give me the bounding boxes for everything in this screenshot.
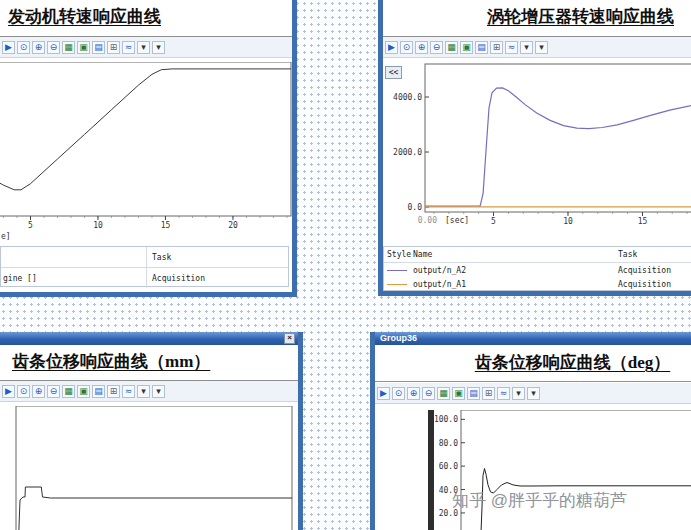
plot-toolbar: ▶⊙⊕⊖▦▣▤⊞≈▾▾ xyxy=(383,37,691,58)
svg-text:0.0: 0.0 xyxy=(408,203,423,212)
svg-text:80.0: 80.0 xyxy=(439,439,458,448)
rack-mm-plot-canvas[interactable] xyxy=(0,406,298,530)
legend-task-header: Task xyxy=(147,253,171,262)
watermark: 知乎 @胖乎乎的糖葫芦 xyxy=(452,489,627,512)
svg-text:5: 5 xyxy=(28,221,33,230)
print-icon[interactable]: ⊞ xyxy=(482,387,495,400)
turbo-legend-table: Style Name Task output/n_A2Acquisitionou… xyxy=(383,246,691,291)
play-icon[interactable]: ▶ xyxy=(377,387,390,400)
plot-title-band: 涡轮增压器转速响应曲线 xyxy=(383,0,691,37)
curve-sample-line xyxy=(387,284,407,285)
legend-row[interactable]: output/n_A1Acquisition xyxy=(384,277,691,291)
zoom-in-icon[interactable]: ⊕ xyxy=(407,387,420,400)
zoom-out-icon[interactable]: ⊖ xyxy=(422,387,435,400)
turbo-plot-window: 涡轮增压器转速响应曲线 ▶⊙⊕⊖▦▣▤⊞≈▾▾ 51015200.02000.0… xyxy=(378,0,691,296)
export-table-icon[interactable]: ▦ xyxy=(62,41,75,54)
svg-text:60.0: 60.0 xyxy=(439,462,458,471)
zoom-out-icon[interactable]: ⊖ xyxy=(47,41,60,54)
rack-deg-plot-canvas[interactable]: 20.040.060.080.0100.0 xyxy=(435,410,691,530)
background-dropdown-icon[interactable]: ▾ xyxy=(152,385,165,398)
snapshot-icon[interactable]: ▣ xyxy=(77,385,90,398)
legend-row[interactable]: gine [] Acquisition xyxy=(1,268,288,288)
engine-plot-canvas[interactable]: 5101520 xyxy=(0,62,292,242)
legend-name-header xyxy=(1,247,147,267)
zoom-fit-icon[interactable]: ⊙ xyxy=(392,387,405,400)
zoom-in-icon[interactable]: ⊕ xyxy=(32,41,45,54)
zoom-in-icon[interactable]: ⊕ xyxy=(32,385,45,398)
legend-header-row: Style Name Task xyxy=(384,247,691,263)
plot-title: 齿条位移响应曲线（mm） xyxy=(12,350,210,373)
print-icon[interactable]: ⊞ xyxy=(107,41,120,54)
curve-name: output/n_A1 xyxy=(413,280,466,289)
play-icon[interactable]: ▶ xyxy=(2,385,15,398)
window-titlebar[interactable]: × xyxy=(0,332,298,345)
plot-toolbar: ▶⊙⊕⊖▦▣▤⊞≈▾▾ xyxy=(375,383,691,404)
svg-text:15: 15 xyxy=(161,221,171,230)
save-icon[interactable]: ▤ xyxy=(92,41,105,54)
close-icon[interactable]: × xyxy=(284,333,295,344)
x-axis-label-fragment: e] xyxy=(1,232,11,241)
play-icon[interactable]: ▶ xyxy=(385,41,398,54)
svg-text:15: 15 xyxy=(638,217,648,226)
print-icon[interactable]: ⊞ xyxy=(107,385,120,398)
background-dropdown-icon[interactable]: ▾ xyxy=(527,387,540,400)
curve-style-dropdown-icon[interactable]: ▾ xyxy=(512,387,525,400)
save-icon[interactable]: ▤ xyxy=(475,41,488,54)
curve-style-icon[interactable]: ≈ xyxy=(122,385,135,398)
plot-title-band: 发动机转速响应曲线 xyxy=(0,0,292,37)
curve-sample-line xyxy=(387,270,407,271)
window-titlebar[interactable]: Group36 xyxy=(375,332,691,345)
svg-text:20: 20 xyxy=(228,221,238,230)
curve-style-icon[interactable]: ≈ xyxy=(505,41,518,54)
collapse-y-axis-button[interactable]: << xyxy=(385,66,402,79)
curve-style-icon[interactable]: ≈ xyxy=(122,41,135,54)
y-axis-collapse-bar[interactable] xyxy=(428,410,434,530)
save-icon[interactable]: ▤ xyxy=(92,385,105,398)
plot-title: 发动机转速响应曲线 xyxy=(8,5,161,28)
curve-name: output/n_A2 xyxy=(413,266,466,275)
rack-mm-plot-window: × 齿条位移响应曲线（mm） ▶⊙⊕⊖▦▣▤⊞≈▾▾ xyxy=(0,332,303,530)
curve-style-dropdown-icon[interactable]: ▾ xyxy=(137,385,150,398)
sketch-canvas: 发动机转速响应曲线 ▶⊙⊕⊖▦▣▤⊞≈▾▾ 5101520 e] Task gi… xyxy=(0,0,691,530)
save-icon[interactable]: ▤ xyxy=(467,387,480,400)
curve-task: Acquisition xyxy=(618,266,671,275)
zoom-fit-icon[interactable]: ⊙ xyxy=(17,385,30,398)
snapshot-icon[interactable]: ▣ xyxy=(452,387,465,400)
engine-plot-window: 发动机转速响应曲线 ▶⊙⊕⊖▦▣▤⊞≈▾▾ 5101520 e] Task gi… xyxy=(0,0,297,297)
curve-style-dropdown-icon[interactable]: ▾ xyxy=(520,41,533,54)
snapshot-icon[interactable]: ▣ xyxy=(460,41,473,54)
turbo-plot-canvas[interactable]: 51015200.02000.04000.0 xyxy=(383,62,691,232)
engine-legend-table: Task gine [] Acquisition xyxy=(0,246,289,287)
export-table-icon[interactable]: ▦ xyxy=(445,41,458,54)
plot-toolbar: ▶⊙⊕⊖▦▣▤⊞≈▾▾ xyxy=(0,37,292,58)
plot-title: 齿条位移响应曲线（deg） xyxy=(475,351,671,374)
svg-text:2000.0: 2000.0 xyxy=(393,148,422,157)
export-table-icon[interactable]: ▦ xyxy=(62,385,75,398)
zoom-out-icon[interactable]: ⊖ xyxy=(47,385,60,398)
window-title: Group36 xyxy=(380,333,417,343)
background-dropdown-icon[interactable]: ▾ xyxy=(152,41,165,54)
svg-text:10: 10 xyxy=(93,221,103,230)
snapshot-icon[interactable]: ▣ xyxy=(77,41,90,54)
x-axis-unit-label: [sec] xyxy=(445,216,469,225)
plot-title-band: 齿条位移响应曲线（deg） xyxy=(375,346,691,382)
export-table-icon[interactable]: ▦ xyxy=(437,387,450,400)
zoom-in-icon[interactable]: ⊕ xyxy=(415,41,428,54)
legend-style-header: Style xyxy=(387,250,411,259)
plot-toolbar: ▶⊙⊕⊖▦▣▤⊞≈▾▾ xyxy=(0,381,298,402)
plot-title-band: 齿条位移响应曲线（mm） xyxy=(0,346,298,381)
print-icon[interactable]: ⊞ xyxy=(490,41,503,54)
zoom-fit-icon[interactable]: ⊙ xyxy=(17,41,30,54)
curve-style-icon[interactable]: ≈ xyxy=(497,387,510,400)
zoom-out-icon[interactable]: ⊖ xyxy=(430,41,443,54)
curve-style-dropdown-icon[interactable]: ▾ xyxy=(137,41,150,54)
curve-task: Acquisition xyxy=(618,280,671,289)
curve-name: gine [] xyxy=(1,268,147,288)
background-dropdown-icon[interactable]: ▾ xyxy=(535,41,548,54)
legend-rows: output/n_A2Acquisitionoutput/n_A1Acquisi… xyxy=(384,263,691,291)
legend-row[interactable]: output/n_A2Acquisition xyxy=(384,263,691,277)
play-icon[interactable]: ▶ xyxy=(2,41,15,54)
zoom-fit-icon[interactable]: ⊙ xyxy=(400,41,413,54)
legend-header-row: Task xyxy=(1,247,288,268)
svg-text:10: 10 xyxy=(563,217,573,226)
